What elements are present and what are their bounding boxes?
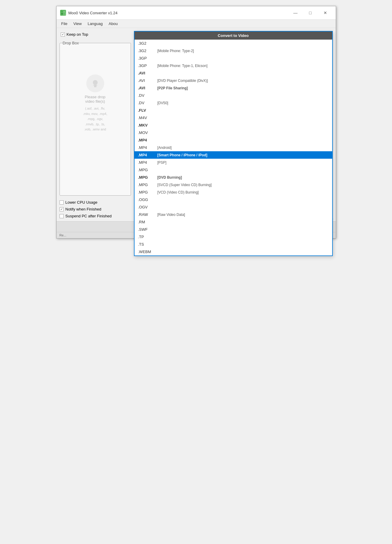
app-window: Moo0 Video Converter v1.24 — □ ✕ File Vi… — [56, 6, 336, 239]
drop-text-1: Please drop — [85, 95, 105, 99]
lower-cpu-checkbox[interactable] — [60, 200, 64, 205]
lower-cpu-label: Lower CPU Usage — [65, 200, 98, 205]
left-panel: ✓ Keep on Top Drop Box Please drop — [60, 31, 131, 218]
bottom-options: Lower CPU Usage ✓ Notify when Finished S… — [60, 200, 131, 218]
dropdown-item[interactable]: .AVI[P2P File Sharing] — [135, 84, 332, 92]
dropdown-item[interactable]: .TP — [135, 233, 332, 241]
keep-on-top-label: Keep on Top — [67, 32, 88, 37]
drop-box-label: Drop Box — [63, 41, 79, 45]
suspend-checkbox[interactable] — [60, 214, 64, 218]
maximize-button[interactable]: □ — [304, 9, 317, 17]
title-bar-left: Moo0 Video Converter v1.24 — [60, 10, 118, 16]
main-content: ✓ Keep on Top Drop Box Please drop — [57, 28, 336, 221]
app-icon — [60, 10, 66, 16]
dropdown-item[interactable]: .DV — [135, 92, 332, 99]
window-title: Moo0 Video Converter v1.24 — [68, 11, 118, 15]
dropdown-item[interactable]: .MP4 — [135, 136, 332, 144]
dropdown-item[interactable]: .MPG[SVCD (Super Video CD) Burning] — [135, 181, 332, 188]
close-button[interactable]: ✕ — [318, 9, 332, 17]
dropdown-item[interactable]: .MP4[Smart Phone / iPhone / iPod] — [135, 151, 332, 159]
dropdown-item[interactable]: .3G2 — [135, 40, 332, 47]
dropdown-header: Convert to Video — [135, 32, 332, 40]
svg-rect-1 — [63, 11, 65, 13]
svg-rect-6 — [94, 85, 96, 87]
dropdown-item[interactable]: .OGG — [135, 196, 332, 203]
menu-about[interactable]: Abou — [106, 21, 120, 27]
title-bar: Moo0 Video Converter v1.24 — □ ✕ — [57, 6, 336, 20]
menu-file[interactable]: File — [59, 21, 70, 27]
svg-point-4 — [93, 80, 98, 85]
drop-text: Please drop video file(s) — [85, 95, 105, 104]
svg-rect-5 — [93, 85, 97, 85]
dropdown-item[interactable]: .AVI[DVD Player Compatible (DivX)] — [135, 77, 332, 84]
dropdown-item[interactable]: .SWF — [135, 226, 332, 233]
lower-cpu-row: Lower CPU Usage — [60, 200, 131, 205]
dropdown-item[interactable]: .DV[DV50] — [135, 99, 332, 107]
dropdown-item[interactable]: .MPG[VCD (Video CD) Burning] — [135, 188, 332, 196]
drop-text-2: video file(s) — [85, 99, 105, 104]
menu-language[interactable]: Languag — [85, 21, 105, 27]
dropdown-item[interactable]: .AVI — [135, 69, 332, 77]
dropdown-item[interactable]: .MOV — [135, 129, 332, 136]
dropdown-item[interactable]: .MP4[Android] — [135, 144, 332, 151]
dropdown-item[interactable]: .TS — [135, 241, 332, 248]
dropdown-item[interactable]: .WEBM — [135, 248, 332, 255]
dropdown-item[interactable]: .3G2[Mobile Phone: Type-2] — [135, 47, 332, 54]
dropdown-item[interactable]: .M4V — [135, 114, 332, 121]
notify-checkbox[interactable]: ✓ — [60, 207, 64, 211]
dropdown-item[interactable]: .MPG[DVD Burning] — [135, 174, 332, 181]
suspend-row: Suspend PC after Finished — [60, 214, 131, 218]
svg-rect-3 — [63, 13, 65, 15]
dropdown-item[interactable]: .3GP — [135, 54, 332, 62]
menu-view[interactable]: View — [71, 21, 84, 27]
drop-box: Drop Box Please drop video file(s) (.asf… — [60, 41, 131, 196]
notify-row: ✓ Notify when Finished — [60, 207, 131, 211]
convert-dropdown-overlay: Convert to Video .3G2.3G2[Mobile Phone: … — [134, 31, 333, 256]
keep-on-top-checkbox[interactable]: ✓ — [61, 32, 65, 37]
dropdown-item[interactable]: .FLV — [135, 107, 332, 114]
right-panel: Convert to: .AVI ▼ Video Settings Qualit… — [134, 31, 333, 218]
dropdown-list[interactable]: .3G2.3G2[Mobile Phone: Type-2].3GP.3GP[M… — [135, 40, 332, 255]
title-buttons: — □ ✕ — [289, 9, 332, 17]
status-left: Re... — [60, 233, 66, 237]
drop-formats: (.asf, .avi, .flv,.mkv, mov, .mp4,.mpg, … — [83, 106, 107, 132]
suspend-label: Suspend PC after Finished — [65, 214, 112, 218]
drop-icon — [86, 74, 104, 92]
dropdown-item[interactable]: .MKV — [135, 121, 332, 129]
dropdown-item[interactable]: .MP4[PSP] — [135, 159, 332, 166]
minimize-button[interactable]: — — [289, 9, 302, 17]
dropdown-item[interactable]: .RM — [135, 218, 332, 226]
svg-rect-0 — [61, 11, 63, 13]
svg-rect-2 — [61, 13, 63, 15]
dropdown-item[interactable]: .RAW[Raw Video Data] — [135, 211, 332, 218]
dropdown-item[interactable]: .3GP[Mobile Phone: Type-1, Elicson] — [135, 62, 332, 69]
keep-on-top-row: ✓ Keep on Top — [60, 31, 131, 38]
drop-area[interactable]: Please drop video file(s) (.asf, .avi, .… — [63, 51, 128, 155]
menu-bar: File View Languag Abou — [57, 20, 336, 28]
dropdown-item[interactable]: .OGV — [135, 203, 332, 211]
notify-label: Notify when Finished — [65, 207, 101, 211]
dropdown-item[interactable]: .MPG — [135, 166, 332, 174]
